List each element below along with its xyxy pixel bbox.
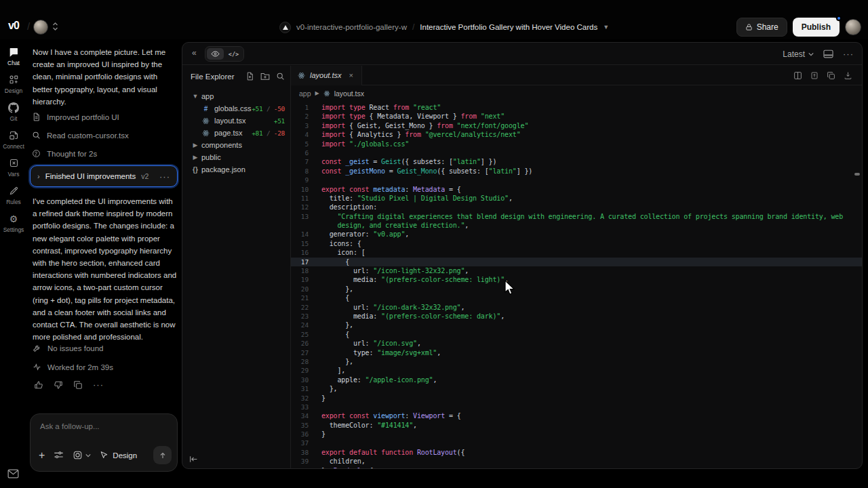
line-number: 9	[291, 176, 313, 184]
line-number: 18	[291, 266, 313, 275]
user-avatar[interactable]	[33, 20, 48, 35]
tree-file-package-json[interactable]: {} package.json	[182, 163, 290, 176]
line-content: }: Readonly<{	[313, 466, 373, 468]
more-options-icon[interactable]: ···	[159, 171, 170, 182]
breadcrumb-chat-title[interactable]: Interactive Portfolio Gallery with Hover…	[420, 23, 597, 31]
line-number: 20	[291, 285, 313, 293]
status-worked-time[interactable]: Worked for 2m 39s	[33, 363, 113, 371]
search-files-icon[interactable]	[276, 72, 285, 81]
tree-file-page-tsx[interactable]: page.tsx +81 / -28	[182, 127, 290, 139]
breadcrumb-folder[interactable]: app	[299, 89, 311, 98]
tab-layout-tsx[interactable]: layout.tsx ×	[291, 66, 362, 85]
download-icon[interactable]	[844, 71, 852, 80]
more-actions-icon[interactable]: ···	[93, 380, 104, 390]
step-thought[interactable]: Thought for 2s	[32, 144, 177, 163]
code-line: 10export const metadata: Metadata = {	[291, 185, 862, 194]
chat-panel: Now I have a complete picture. Let me cr…	[27, 39, 182, 488]
line-content: export const viewport: Viewport = {	[313, 411, 461, 420]
split-editor-icon[interactable]	[793, 71, 802, 80]
attach-icon[interactable]: +	[39, 449, 45, 462]
file-name: package.json	[201, 165, 285, 174]
code-line: 37	[291, 439, 862, 447]
diff-added: +51	[274, 117, 285, 125]
code-view-toggle[interactable]: </>	[225, 48, 242, 60]
sidebar-item-vars[interactable]: Vars	[0, 157, 27, 178]
step-label: Improved portfolio UI	[47, 113, 119, 121]
toolbar-more-icon[interactable]: ···	[843, 49, 854, 59]
version-dropdown[interactable]: Latest	[783, 49, 814, 59]
v0-logo[interactable]: v0	[8, 20, 19, 32]
breadcrumb-project[interactable]: v0-interactive-portfolio-gallery-w	[296, 23, 407, 31]
breadcrumb-file[interactable]: layout.tsx	[334, 89, 364, 98]
sidebar-item-design[interactable]: Design	[0, 74, 27, 94]
sidebar-item-label: Design	[5, 87, 22, 94]
collapse-explorer-icon[interactable]	[189, 455, 198, 463]
publish-button[interactable]: Publish	[793, 18, 840, 37]
sidebar-item-chat[interactable]: Chat	[0, 46, 27, 66]
line-number: 6	[291, 148, 313, 157]
tree-folder-app[interactable]: ▼ app	[182, 90, 290, 102]
followup-composer[interactable]: Ask a follow-up... + Design	[30, 413, 178, 472]
layout-panel-icon[interactable]	[823, 49, 833, 58]
preview-eye-toggle[interactable]	[207, 48, 224, 60]
code-line: 29 ],	[291, 366, 862, 375]
sidebar-item-git[interactable]: Git	[0, 102, 27, 122]
folder-name: app	[201, 92, 285, 100]
finished-task-card[interactable]: › Finished UI improvements v2 ···	[30, 165, 178, 187]
send-button[interactable]	[153, 446, 172, 464]
new-folder-icon[interactable]	[260, 72, 270, 81]
followup-input[interactable]: Ask a follow-up...	[40, 422, 100, 430]
model-picker[interactable]	[73, 450, 91, 460]
feedback-mail-icon[interactable]	[7, 469, 19, 479]
line-number: 8	[291, 167, 313, 176]
settings-sliders-icon[interactable]	[54, 451, 64, 460]
export-file-icon[interactable]	[810, 71, 818, 80]
task-card-version: v2	[141, 172, 149, 180]
close-tab-icon[interactable]: ×	[349, 71, 353, 79]
share-button[interactable]: Share	[736, 18, 787, 37]
line-content: import { Analytics } from "@vercel/analy…	[313, 130, 521, 139]
scrollbar-thumb[interactable]	[854, 173, 860, 176]
tree-file-layout-tsx[interactable]: layout.tsx +51	[182, 115, 290, 127]
search-icon	[32, 131, 41, 140]
step-label: Read custom-cursor.tsx	[47, 131, 129, 140]
account-avatar[interactable]	[845, 19, 861, 35]
line-number: 40	[291, 466, 313, 468]
chevron-down-icon[interactable]: ▼	[603, 24, 609, 30]
collapse-panel-icon[interactable]: «	[192, 48, 197, 58]
status-no-issues[interactable]: No issues found	[33, 344, 103, 352]
sidebar-item-connect[interactable]: Connect	[0, 129, 27, 150]
tree-file-globals-css[interactable]: # globals.css +51 / -50	[182, 102, 290, 115]
react-file-icon	[201, 117, 210, 125]
workspace-switcher-icon[interactable]	[52, 22, 58, 31]
line-content	[313, 403, 321, 411]
new-file-icon[interactable]	[245, 72, 254, 81]
thumbs-down-icon[interactable]	[54, 380, 63, 390]
file-tree: ▼ app # globals.css +51 / -50 layout.tsx…	[182, 90, 290, 176]
pencil-icon	[8, 185, 20, 197]
line-content: children,	[313, 457, 366, 466]
code-line: 3import { Geist, Geist_Mono } from "next…	[291, 121, 862, 130]
line-number: 30	[291, 375, 313, 384]
code-line: 24 },	[291, 321, 862, 329]
tree-folder-components[interactable]: ▶ components	[182, 139, 290, 151]
step-read-file[interactable]: Read custom-cursor.tsx	[32, 126, 177, 144]
line-content: }	[313, 394, 326, 403]
code-lines[interactable]: 1import type React from "react"2import t…	[291, 101, 862, 468]
code-line: 36}	[291, 430, 862, 439]
code-line: 32}	[291, 394, 862, 403]
thumbs-up-icon[interactable]	[34, 380, 43, 390]
copy-icon[interactable]	[73, 380, 83, 390]
tree-folder-public[interactable]: ▶ public	[182, 151, 290, 163]
line-number: 7	[291, 157, 313, 166]
design-mode-button[interactable]: Design	[100, 451, 137, 460]
sidebar-item-settings[interactable]: ⚙ Settings	[0, 213, 27, 233]
step-improved-ui[interactable]: Improved portfolio UI	[32, 108, 177, 126]
code-line: 15 icons: {	[291, 239, 862, 248]
copy-file-icon[interactable]	[827, 71, 835, 80]
code-line: 1import type React from "react"	[291, 103, 862, 112]
sidebar-item-rules[interactable]: Rules	[0, 185, 27, 205]
code-line: 7const _geist = Geist({ subsets: ["latin…	[291, 157, 862, 166]
line-content: {	[313, 293, 349, 302]
chevron-right-icon: ▶	[315, 90, 319, 96]
